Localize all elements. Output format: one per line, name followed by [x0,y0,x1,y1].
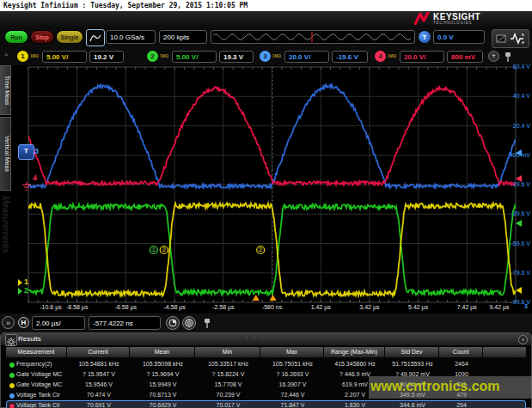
svg-text:1: 1 [152,247,156,253]
measurement-value: 70.474 V [68,391,130,399]
single-button[interactable]: Single [56,30,83,44]
channel-3-impedance: 1MΩ [272,54,281,58]
table-row[interactable]: Frequency(2)105.54881 kHz105.55098 kHz10… [6,359,526,369]
channel-ref-right-arrow[interactable] [516,220,522,227]
add-channel-button[interactable]: + [488,51,499,62]
screen-icon[interactable] [496,33,507,45]
channel-1-marker[interactable]: 1 [24,277,28,286]
measurement-value: 105.54881 kHz [68,360,130,368]
column-header[interactable]: Count [439,347,482,357]
waveform-scale-icon[interactable] [510,33,525,45]
channel-1-scale-field[interactable]: 5.00 V/ [42,51,87,63]
pin-icon[interactable] [203,318,211,329]
channel-1-offset-field[interactable]: 19.2 V [89,51,124,63]
logo-bar: KEYSIGHT TECHNOLOGIES [0,11,532,27]
measurement-value: 15.7708 V [196,381,260,389]
oscilloscope-app: Keysight Infiniium : Tuesday, September … [0,0,532,408]
preview-waveform [211,31,414,43]
channel-2-ref-arrow[interactable] [18,288,22,295]
measurement-value: 51.7515593 Hz [386,360,439,368]
measurement-indicator [9,382,15,389]
sidebar-watermark: Measurements [1,196,10,253]
trigger-level-field[interactable]: 0.0 V [433,30,485,44]
x-axis-label: 1.42 µs [311,304,331,310]
y-axis-label: -79.6 V [504,270,530,276]
curve-icon [89,33,101,43]
pin-icon[interactable] [504,52,512,63]
measurement-value: ? 15.9547 V [68,370,130,379]
column-header[interactable]: Min [195,347,260,357]
gate-marker[interactable] [270,295,277,301]
x-axis-label: 9.42 µs [489,304,509,310]
acquisition-preview[interactable] [211,30,415,44]
drag-handle[interactable]: · · · · · [246,334,280,342]
measurement-value: 71.847 V [261,401,324,408]
brand-subtitle: TECHNOLOGIES [433,21,472,25]
channel-2-offset-field[interactable]: 19.3 V [219,51,254,63]
table-row[interactable]: Voltage Tank Cir70.691 V70.6929 V70.017 … [6,400,526,408]
measurement-value: 294 [440,401,483,408]
x-axis-label: 3.42 µs [359,304,379,310]
timebase-position-field[interactable]: -577.4222 ns [89,316,161,330]
collapse-icon[interactable]: ˅ [518,335,528,344]
watermark-text: www.cntronics.com [370,379,500,394]
y-axis-label: 60.4 V [504,64,530,70]
channel-3-badge[interactable]: 3 [260,51,271,62]
channel-4-marker[interactable]: 4 [33,174,37,182]
x-axis-label: 5.42 µs [408,304,428,310]
channel-3-offset-field[interactable]: -19.6 V [332,51,368,63]
column-header[interactable]: Range (Max-Min) [324,347,384,357]
measurement-name: Gate Voltage MC [7,370,67,379]
x-axis-label: -4.58 µs [163,304,185,310]
x-axis-label: -580 ns [262,304,282,310]
svg-text:2: 2 [162,247,166,253]
results-header[interactable]: Results · · · · · ˅ [1,333,531,345]
channel-4-badge[interactable]: 4 [375,51,386,62]
channel-4-scale-field[interactable]: 20.0 V/ [400,51,444,63]
measurement-value: 344.6 mV [386,401,439,408]
horizontal-button[interactable]: H [18,317,29,328]
channel-3-scale-field[interactable]: 20.0 V/ [284,51,329,63]
measurement-value: 105.33517 kHz [196,360,260,368]
tab-vertical-meas[interactable]: Vertical Meas [0,117,11,191]
measurement-value: 16.3907 V [261,381,324,389]
run-button[interactable]: Run [4,30,28,44]
column-header[interactable]: Mean [130,347,194,357]
y-axis-label: -19.6 V [504,181,530,187]
channel-3-marker[interactable]: 3 [34,147,39,155]
timebase-scale-field[interactable]: 2.00 µs/ [32,316,85,330]
memory-depth-field[interactable]: 200 kpts [159,30,207,44]
sample-rate-field[interactable]: 10.0 GSa/s [106,30,156,44]
channel-2-marker[interactable]: 2 [24,286,28,295]
stop-button[interactable]: Stop [30,30,54,44]
channel-4-offset-field[interactable]: 800 mV [447,51,483,63]
measurement-name: Voltage Tank Cir [7,401,67,408]
measurement-value: 70.8713 V [131,391,195,399]
channel-4-impedance: 1MΩ [388,54,396,58]
column-header[interactable]: Max [260,347,323,357]
x-axis-end-marker: 3 [524,303,528,309]
display-tools-group [492,29,529,48]
tab-time-meas[interactable]: Time Meas [0,65,11,115]
collapse-up-icon[interactable]: ^ [2,52,11,62]
zoom-mode-icon[interactable] [166,316,180,330]
measurement-indicator [9,362,15,368]
measurement-value: 1.830 V [325,401,385,408]
roll-mode-icon[interactable] [182,316,196,330]
waveform-mode-button[interactable] [86,29,105,46]
horizontal-bar: » H 2.00 µs/ -577.4222 ns [0,314,532,332]
gear-icon[interactable] [5,334,17,346]
trigger-button[interactable]: T [419,31,431,43]
waveform-display: 122 60.4 V40.4 V20.4 V400 mV-19.6 V-39.6… [11,65,532,314]
column-header[interactable]: Current [67,347,129,357]
channel-1-badge[interactable]: 1 [17,51,28,62]
column-header[interactable]: Measurement [6,347,66,357]
column-header[interactable]: Std Dev [385,347,438,357]
trigger-marker[interactable]: T [18,144,34,160]
channel-ref-right-arrow[interactable] [516,287,522,294]
channel-2-scale-field[interactable]: 5.00 V/ [172,51,217,63]
expand-icon[interactable]: » [2,316,15,329]
channel-2-badge[interactable]: 2 [147,51,158,62]
window-title: Keysight Infiniium : Tuesday, September … [0,0,532,11]
channel-1-ref-arrow[interactable] [18,279,22,286]
